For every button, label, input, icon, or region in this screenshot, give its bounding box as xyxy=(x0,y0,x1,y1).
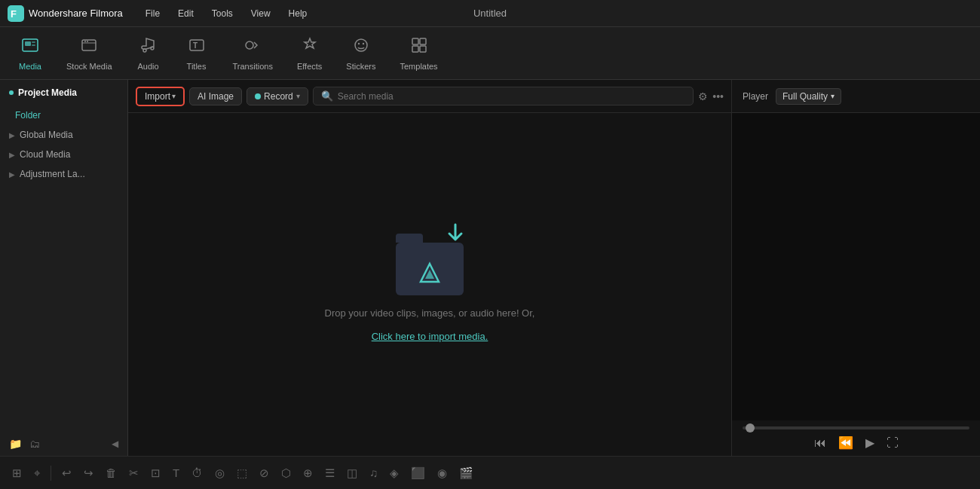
audio-mix-icon[interactable]: ☰ xyxy=(322,463,338,483)
filter-icon[interactable]: ⚙ xyxy=(698,90,708,102)
step-back-button[interactable]: ⏮ xyxy=(814,436,826,450)
sidebar-item-cloud-media[interactable]: ▶ Cloud Media xyxy=(0,145,127,164)
transform-icon[interactable]: ⬚ xyxy=(234,463,250,483)
sidebar-item-adjustment[interactable]: ▶ Adjustment La... xyxy=(0,164,127,184)
toolbar-media[interactable]: Media xyxy=(8,32,53,75)
right-panel: Player Full Quality ▾ ⏮ ⏪ ▶ ⛶ xyxy=(731,80,980,456)
redo-icon[interactable]: ↪ xyxy=(81,463,96,483)
svg-point-14 xyxy=(355,39,367,51)
add-folder-icon[interactable]: 📁 xyxy=(9,438,22,450)
speed-icon[interactable]: ⏱ xyxy=(188,463,206,482)
undo-icon[interactable]: ↩ xyxy=(59,463,75,483)
media-panel: Import ▾ AI Image Record ▾ 🔍 ⚙ ••• xyxy=(128,80,731,456)
toolbar: Media Stock Media Audio T xyxy=(0,27,980,80)
menu-edit[interactable]: Edit xyxy=(170,5,201,22)
crop-icon[interactable]: ⊡ xyxy=(148,463,164,483)
search-input[interactable] xyxy=(338,91,686,102)
more-options-icon[interactable]: ••• xyxy=(712,90,724,102)
menu-items: File Edit Tools View Help xyxy=(138,5,972,22)
effects-icon xyxy=(301,36,319,59)
sidebar-bottom-icons: 📁 🗂 xyxy=(9,438,40,450)
toolbar-titles[interactable]: T Titles xyxy=(174,32,219,75)
svg-rect-3 xyxy=(25,41,31,46)
drop-zone: Drop your video clips, images, or audio … xyxy=(128,113,731,456)
transitions-label: Transitions xyxy=(233,62,273,71)
cut-icon[interactable]: ✂ xyxy=(126,463,142,483)
svg-text:T: T xyxy=(193,41,198,50)
ai-image-label: AI Image xyxy=(198,91,234,102)
magnet-icon[interactable]: ⌖ xyxy=(31,463,43,483)
player-area xyxy=(732,113,980,420)
main-area: Project Media Folder ▶ Global Media ▶ Cl… xyxy=(0,80,980,456)
text-icon[interactable]: T xyxy=(170,463,182,482)
search-icon: 🔍 xyxy=(321,90,333,102)
new-folder-icon[interactable]: 🗂 xyxy=(29,438,40,450)
menu-tools[interactable]: Tools xyxy=(204,5,240,22)
folder-illustration xyxy=(392,228,467,295)
ai-image-button[interactable]: AI Image xyxy=(189,87,242,105)
menu-view[interactable]: View xyxy=(243,5,278,22)
sidebar: Project Media Folder ▶ Global Media ▶ Cl… xyxy=(0,80,128,456)
toolbar-templates[interactable]: Templates xyxy=(389,32,448,75)
record-bottom-icon[interactable]: ◉ xyxy=(434,463,450,483)
separator xyxy=(51,466,51,481)
svg-point-8 xyxy=(87,41,88,42)
svg-rect-20 xyxy=(420,46,426,52)
audio-icon xyxy=(139,36,158,59)
sidebar-item-global-media[interactable]: ▶ Global Media xyxy=(0,125,127,145)
split-icon[interactable]: ⊘ xyxy=(256,463,272,483)
svg-point-15 xyxy=(358,42,360,44)
menu-help[interactable]: Help xyxy=(281,5,315,22)
drop-text: Drop your video clips, images, or audio … xyxy=(325,307,535,319)
record-dot-icon xyxy=(255,93,261,99)
sidebar-dot xyxy=(9,90,14,95)
toolbar-transitions[interactable]: Transitions xyxy=(222,32,283,75)
import-chevron-icon: ▾ xyxy=(172,92,176,100)
menu-file[interactable]: File xyxy=(138,5,167,22)
transport-buttons: ⏮ ⏪ ▶ ⛶ xyxy=(743,436,969,450)
play-button[interactable]: ▶ xyxy=(865,436,874,450)
progress-bar-wrap[interactable] xyxy=(743,426,969,429)
toolbar-audio[interactable]: Audio xyxy=(126,32,171,75)
svg-rect-18 xyxy=(420,38,426,44)
clip-icon[interactable]: ◫ xyxy=(344,463,360,483)
timeline-view-icon[interactable]: ⊞ xyxy=(9,463,25,483)
progress-bar[interactable] xyxy=(743,426,969,429)
color-icon[interactable]: ◈ xyxy=(387,463,402,483)
import-link[interactable]: Click here to import media. xyxy=(372,331,488,342)
svg-point-13 xyxy=(246,41,253,49)
sidebar-folder[interactable]: Folder xyxy=(0,105,127,125)
layout-icon[interactable]: ⬛ xyxy=(408,463,428,483)
menu-bar: F Wondershare Filmora File Edit Tools Vi… xyxy=(0,0,980,27)
delete-icon[interactable]: 🗑 xyxy=(103,463,120,482)
play-back-button[interactable]: ⏪ xyxy=(838,436,853,450)
toolbar-stock-media[interactable]: Stock Media xyxy=(56,32,123,75)
chevron-icon: ▶ xyxy=(9,151,15,159)
filmora-folder-logo xyxy=(416,259,443,286)
add-icon[interactable]: ⊕ xyxy=(300,463,316,483)
svg-point-16 xyxy=(363,42,364,44)
svg-point-7 xyxy=(84,41,86,42)
rotate-icon[interactable]: ◎ xyxy=(212,463,228,483)
film-icon[interactable]: 🎬 xyxy=(456,463,476,483)
music-icon[interactable]: ♫ xyxy=(366,463,381,482)
player-header: Player Full Quality ▾ xyxy=(732,80,980,113)
effects-label: Effects xyxy=(297,62,322,71)
import-button[interactable]: Import ▾ xyxy=(136,87,185,106)
toolbar-stickers[interactable]: Stickers xyxy=(335,32,386,75)
sidebar-item-label: Adjustment La... xyxy=(20,169,85,179)
media-label: Media xyxy=(19,62,41,71)
record-button[interactable]: Record ▾ xyxy=(247,87,308,105)
player-label: Player xyxy=(743,91,768,102)
svg-point-10 xyxy=(151,47,154,50)
bottom-toolbar: ⊞ ⌖ ↩ ↪ 🗑 ✂ ⊡ T ⏱ ◎ ⬚ ⊘ ⬡ ⊕ ☰ ◫ ♫ ◈ ⬛ ◉ … xyxy=(0,456,980,489)
svg-text:F: F xyxy=(11,8,17,20)
toolbar-effects[interactable]: Effects xyxy=(286,32,332,75)
fullscreen-button[interactable]: ⛶ xyxy=(887,436,899,450)
audio-label: Audio xyxy=(137,62,158,71)
mask-icon[interactable]: ⬡ xyxy=(278,463,294,483)
titles-label: Titles xyxy=(187,62,207,71)
collapse-sidebar-icon[interactable]: ◀ xyxy=(112,439,118,449)
search-box[interactable]: 🔍 xyxy=(313,87,694,105)
quality-select[interactable]: Full Quality ▾ xyxy=(776,88,841,105)
